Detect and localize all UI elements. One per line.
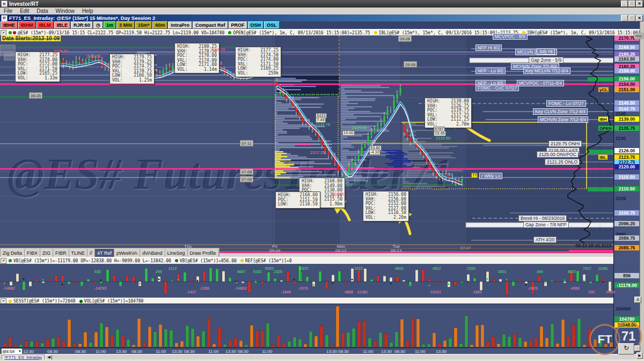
toolbar-button-1m[interactable]: 1m	[104, 21, 116, 29]
toolbar-button-ibhe[interactable]: IBHE	[1, 21, 18, 29]
status-segment: @ES# (15m*)-09/13/16 15:15 CL=2122.75 OP…	[8, 31, 224, 35]
close-icon[interactable]: ✕	[1, 258, 6, 264]
status-segment: VB[@ES# (15m*)]=-11179.00 OP=-12038.00 H…	[8, 258, 171, 263]
tool-zig-delta[interactable]: Zig Delta	[1, 249, 25, 257]
axis-menu-button[interactable]: -	[634, 345, 640, 351]
tool-item[interactable]: //	[87, 249, 95, 257]
status-segment: REF[@ES# (15m*)]=0	[240, 258, 292, 263]
menu-data[interactable]: Data	[33, 8, 52, 14]
time-tick-17: 08:30	[394, 349, 405, 354]
status-segment: VB[@ES# (15m*)]=856.00	[174, 258, 237, 263]
time-tick-16: 13:30	[381, 349, 392, 354]
menu-help[interactable]: Help	[78, 8, 97, 14]
time-tick-7: 13:30	[172, 349, 182, 354]
chart-close-icon[interactable]: ✕	[636, 15, 643, 21]
chart-canvas[interactable]: @ES# FuturesTrader71	[0, 35, 613, 253]
time-tick-2: 08:30	[75, 349, 86, 354]
tool-draw-profile[interactable]: Draw Profile	[188, 249, 219, 257]
chevron-down-icon: ▼	[18, 350, 21, 353]
time-tick-5: 08:30	[131, 349, 142, 354]
toolbar-button-intrapro[interactable]: IntraPro	[168, 21, 192, 29]
status-segment: OPEN[@ES# (15m*), 1m, C, 09/13/2016 15:1…	[228, 31, 370, 35]
status-text: OPEN[@ES# (15m*), 1m, C, 09/13/2016 15:1…	[233, 31, 370, 35]
indicator-dot	[522, 31, 525, 34]
status-text: IBH[@ES# (15m*), 1m, C, 09/13/2016 15:15…	[527, 31, 644, 35]
time-tick-9: 11:00	[208, 349, 218, 354]
toolbar-button-iblm[interactable]: IBLM	[36, 21, 54, 29]
menu-bar: FileEditDataWindowHelp	[0, 8, 644, 15]
time-tick-6: 11:00	[156, 349, 166, 354]
chart-window-title: FT71_ES_Intraday: @ES# (15m*) 15 Minutes…	[9, 15, 155, 21]
indicator-dot	[9, 300, 12, 303]
tool-fibr[interactable]: FIBR	[53, 249, 69, 257]
chart-minimize-icon[interactable]: _	[621, 15, 628, 21]
refresh-icon[interactable]: ↻	[618, 343, 634, 354]
toolbar-button-rjr-60[interactable]: RJR:60	[71, 21, 93, 29]
time-tick-15: 11:00	[363, 349, 373, 354]
toolbar-button-prof[interactable]: PROF	[229, 21, 247, 29]
time-tick-3: 11:00	[96, 349, 106, 354]
maximize-icon[interactable]: □	[628, 1, 635, 7]
status-text: SESST[@ES# (15m*)]=72048	[13, 299, 76, 304]
status-bar	[0, 360, 644, 362]
menu-file[interactable]: File	[0, 8, 16, 14]
seventyone-logo-text: 71	[621, 329, 636, 344]
app-title: Investor/RT	[9, 1, 39, 7]
ft-logo-text: FT	[598, 333, 612, 346]
time-tick-13: 13:30	[326, 349, 337, 354]
status-text: @ES# (15m*)-09/13/16 15:15 CL=2122.75 OP…	[18, 31, 224, 35]
tool-lineseg[interactable]: LineSeg	[165, 249, 188, 257]
status-segment: IBH[@ES# (15m*), 1m, C, 09/13/2016 15:15…	[522, 31, 644, 35]
toolbar-button-osh[interactable]: OSH	[248, 21, 264, 29]
close-icon[interactable]: ✕	[1, 30, 6, 36]
indicator-dot	[374, 31, 377, 34]
indicator-dot	[228, 31, 231, 34]
time-tick-10: 13:30	[225, 349, 236, 354]
tool-tline[interactable]: TLINE	[69, 249, 88, 257]
auto-scale-button[interactable]: A	[634, 297, 641, 303]
chart-window-icon: R	[1, 15, 8, 21]
time-tick-0: 12:30	[23, 349, 34, 354]
time-tick-19: 13:30	[436, 349, 447, 354]
status-text: VB[@ES# (15m*)]=856.00	[180, 258, 237, 263]
minimize-icon[interactable]: _	[621, 1, 628, 7]
tool-4t-ref[interactable]: 4T Ref	[95, 249, 114, 257]
toolbar-button-compact-ref[interactable]: Compact Ref	[193, 21, 228, 29]
tool-fibx[interactable]: FIBX	[25, 249, 40, 257]
indicator-toolbar: IBHEIBHMIBLMIBLERJR:60◷1m3 MIN15m*60mInt…	[0, 21, 644, 29]
investor-rt-window: R Investor/RT _ □ ✕ FileEditDataWindowHe…	[0, 0, 644, 362]
toolbar-button-60m[interactable]: 60m	[152, 21, 167, 29]
tool-dvaband[interactable]: dVABand	[140, 249, 165, 257]
indicator-dot	[9, 31, 12, 34]
chart-window-title-bar[interactable]: R FT71_ES_Intraday: @ES# (15m*) 15 Minut…	[0, 14, 644, 21]
chart-restore-icon[interactable]: □	[628, 15, 635, 21]
tool-zig[interactable]: ZIG	[40, 249, 53, 257]
close-icon[interactable]: ✕	[636, 1, 643, 7]
status-line-vb: ✕VB[@ES# (15m*)]=-11179.00 OP=-12038.00 …	[0, 257, 613, 264]
indicator-dot	[175, 259, 178, 262]
status-segment: SESST[@ES# (15m*)]=72048	[8, 299, 76, 304]
delta-panel[interactable]	[0, 264, 613, 298]
scroll-right-icon[interactable]: ▶	[636, 352, 643, 359]
tool-pweekva[interactable]: pWeekVA	[114, 249, 140, 257]
toolbar-button-osl[interactable]: OSL	[264, 21, 280, 29]
os-window-buttons: _ □ ✕	[621, 1, 643, 7]
toolbar-button-3-min[interactable]: 3 MIN	[116, 21, 135, 29]
toolbar-button-15m[interactable]: 15m*	[135, 21, 152, 29]
indicator-dot	[13, 31, 16, 34]
menu-window[interactable]: Window	[52, 8, 78, 14]
os-title-bar[interactable]: R Investor/RT _ □ ✕	[0, 0, 644, 8]
toolbar-button-ibhm[interactable]: IBHM	[18, 21, 36, 29]
indicator-dot	[9, 259, 12, 262]
symbol-value: @ES#	[2, 349, 14, 354]
menu-edit[interactable]: Edit	[16, 8, 33, 14]
time-tick-12: 11:00	[262, 349, 272, 354]
time-tick-4: 13:30	[116, 349, 127, 354]
toolbar-button-item[interactable]: ◷	[93, 21, 103, 29]
app-icon: R	[1, 1, 8, 7]
indicator-dot	[240, 259, 244, 262]
rm-badge: RM	[634, 33, 643, 39]
vertical-scrollbar[interactable]	[640, 21, 644, 362]
toolbar-button-ible[interactable]: IBLE	[54, 21, 71, 29]
volume-panel[interactable]	[0, 304, 613, 348]
